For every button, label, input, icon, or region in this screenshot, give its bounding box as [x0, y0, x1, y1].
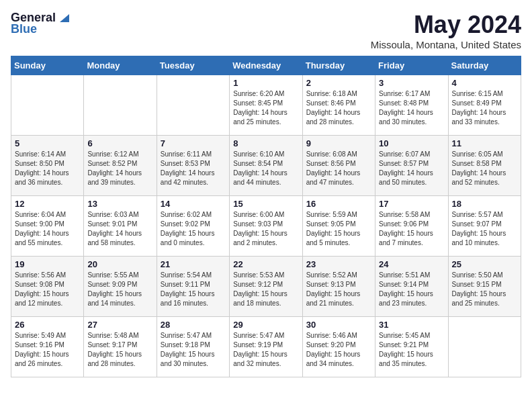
sunset-text: Sunset: 9:08 PM	[15, 281, 64, 288]
cell-info: Sunrise: 6:03 AMSunset: 9:01 PMDaylight:…	[87, 210, 152, 248]
daylight-label: Daylight: 15 hours	[87, 351, 142, 358]
sunset-text: Sunset: 9:20 PM	[306, 341, 356, 349]
sunset-text: Sunset: 9:12 PM	[233, 281, 283, 288]
sunrise-text: Sunrise: 5:50 AM	[452, 271, 503, 279]
daylight-label: Daylight: 15 hours	[15, 290, 69, 298]
sunset-text: Sunset: 9:17 PM	[87, 341, 137, 349]
cell-info: Sunrise: 6:10 AMSunset: 8:54 PMDaylight:…	[233, 150, 298, 187]
sunset-text: Sunset: 9:16 PM	[15, 341, 64, 349]
calendar-cell: 21Sunrise: 5:54 AMSunset: 9:11 PMDayligh…	[157, 257, 229, 317]
sunrise-text: Sunrise: 5:56 AM	[15, 271, 66, 279]
calendar-cell	[11, 75, 84, 136]
sunset-text: Sunset: 9:19 PM	[233, 341, 283, 349]
calendar-cell: 25Sunrise: 5:50 AMSunset: 9:15 PMDayligh…	[448, 257, 521, 317]
daylight-label: Daylight: 14 hours	[233, 169, 287, 177]
col-wednesday: Wednesday	[230, 56, 302, 75]
daylight-minutes: and 0 minutes.	[161, 239, 205, 246]
day-number: 14	[161, 199, 226, 209]
calendar-cell: 17Sunrise: 5:58 AMSunset: 9:06 PMDayligh…	[375, 196, 448, 257]
sunrise-text: Sunrise: 5:53 AM	[233, 271, 284, 279]
sunset-text: Sunset: 8:45 PM	[233, 99, 283, 107]
sunset-text: Sunset: 8:58 PM	[452, 160, 502, 167]
daylight-label: Daylight: 15 hours	[15, 351, 69, 358]
sunset-text: Sunset: 9:07 PM	[452, 220, 502, 228]
cell-info: Sunrise: 5:46 AMSunset: 9:20 PMDaylight:…	[306, 331, 371, 369]
daylight-label: Daylight: 14 hours	[87, 230, 142, 237]
daylight-label: Daylight: 14 hours	[306, 169, 361, 177]
sunrise-text: Sunrise: 5:46 AM	[306, 332, 357, 339]
sunrise-text: Sunrise: 6:08 AM	[306, 150, 357, 158]
daylight-label: Daylight: 15 hours	[379, 230, 433, 237]
calendar-cell	[448, 317, 521, 377]
calendar-cell: 30Sunrise: 5:46 AMSunset: 9:20 PMDayligh…	[302, 317, 375, 377]
day-number: 7	[161, 138, 226, 148]
day-number: 23	[306, 259, 371, 269]
sunset-text: Sunset: 9:15 PM	[452, 281, 502, 288]
sunset-text: Sunset: 8:57 PM	[379, 160, 429, 167]
daylight-label: Daylight: 15 hours	[379, 351, 433, 358]
location: Missoula, Montana, United States	[371, 39, 521, 50]
calendar-table: Sunday Monday Tuesday Wednesday Thursday…	[11, 56, 521, 377]
sunset-text: Sunset: 8:53 PM	[161, 160, 210, 167]
daylight-minutes: and 50 minutes.	[379, 179, 427, 186]
daylight-label: Daylight: 15 hours	[233, 351, 287, 358]
sunset-text: Sunset: 8:46 PM	[306, 99, 356, 107]
sunrise-text: Sunrise: 6:00 AM	[233, 211, 284, 218]
cell-info: Sunrise: 5:58 AMSunset: 9:06 PMDaylight:…	[379, 210, 444, 248]
sunset-text: Sunset: 9:03 PM	[233, 220, 283, 228]
sunrise-text: Sunrise: 6:07 AM	[379, 150, 430, 158]
sunrise-text: Sunrise: 5:45 AM	[379, 332, 430, 339]
daylight-minutes: and 2 minutes.	[233, 239, 277, 246]
sunrise-text: Sunrise: 6:18 AM	[306, 90, 357, 97]
daylight-minutes: and 7 minutes.	[379, 239, 423, 246]
daylight-label: Daylight: 14 hours	[161, 169, 215, 177]
day-number: 3	[379, 78, 444, 88]
calendar-cell: 28Sunrise: 5:47 AMSunset: 9:18 PMDayligh…	[157, 317, 229, 377]
cell-info: Sunrise: 5:47 AMSunset: 9:18 PMDaylight:…	[161, 331, 226, 369]
cell-info: Sunrise: 5:52 AMSunset: 9:13 PMDaylight:…	[306, 271, 371, 308]
sunrise-text: Sunrise: 6:17 AM	[379, 90, 430, 97]
calendar-cell: 3Sunrise: 6:17 AMSunset: 8:48 PMDaylight…	[375, 75, 448, 136]
daylight-label: Daylight: 15 hours	[161, 230, 215, 237]
cell-info: Sunrise: 6:07 AMSunset: 8:57 PMDaylight:…	[379, 150, 444, 187]
daylight-minutes: and 28 minutes.	[306, 118, 354, 126]
sunset-text: Sunset: 9:14 PM	[379, 281, 429, 288]
cell-info: Sunrise: 5:51 AMSunset: 9:14 PMDaylight:…	[379, 271, 444, 308]
day-number: 22	[233, 259, 298, 269]
day-number: 18	[452, 199, 517, 209]
calendar-week-2: 12Sunrise: 6:04 AMSunset: 9:00 PMDayligh…	[11, 196, 521, 257]
day-number: 11	[452, 138, 517, 148]
calendar-cell: 29Sunrise: 5:47 AMSunset: 9:19 PMDayligh…	[230, 317, 302, 377]
svg-marker-0	[60, 14, 69, 22]
sunrise-text: Sunrise: 5:49 AM	[15, 332, 66, 339]
cell-info: Sunrise: 6:08 AMSunset: 8:56 PMDaylight:…	[306, 150, 371, 187]
daylight-minutes: and 18 minutes.	[233, 300, 281, 307]
daylight-minutes: and 12 minutes.	[15, 300, 62, 307]
sunset-text: Sunset: 9:13 PM	[306, 281, 356, 288]
daylight-minutes: and 28 minutes.	[87, 360, 135, 367]
daylight-label: Daylight: 15 hours	[306, 351, 361, 358]
day-number: 12	[15, 199, 80, 209]
cell-info: Sunrise: 5:54 AMSunset: 9:11 PMDaylight:…	[161, 271, 226, 308]
sunrise-text: Sunrise: 5:48 AM	[87, 332, 138, 339]
logo: General Blue	[11, 11, 69, 36]
col-sunday: Sunday	[11, 56, 84, 75]
calendar-week-4: 26Sunrise: 5:49 AMSunset: 9:16 PMDayligh…	[11, 317, 521, 377]
day-number: 16	[306, 199, 371, 209]
sunset-text: Sunset: 9:09 PM	[87, 281, 137, 288]
day-number: 10	[379, 138, 444, 148]
sunrise-text: Sunrise: 6:10 AM	[233, 150, 284, 158]
cell-info: Sunrise: 6:14 AMSunset: 8:50 PMDaylight:…	[15, 150, 80, 187]
day-number: 24	[379, 259, 444, 269]
daylight-label: Daylight: 14 hours	[379, 109, 433, 116]
col-monday: Monday	[84, 56, 157, 75]
daylight-minutes: and 16 minutes.	[161, 300, 208, 307]
cell-info: Sunrise: 5:59 AMSunset: 9:05 PMDaylight:…	[306, 210, 371, 248]
cell-info: Sunrise: 6:20 AMSunset: 8:45 PMDaylight:…	[233, 89, 298, 127]
col-saturday: Saturday	[448, 56, 521, 75]
daylight-minutes: and 47 minutes.	[306, 179, 354, 186]
day-number: 31	[379, 320, 444, 330]
cell-info: Sunrise: 6:15 AMSunset: 8:49 PMDaylight:…	[452, 89, 517, 127]
calendar-cell: 11Sunrise: 6:05 AMSunset: 8:58 PMDayligh…	[448, 136, 521, 196]
daylight-label: Daylight: 14 hours	[452, 169, 506, 177]
